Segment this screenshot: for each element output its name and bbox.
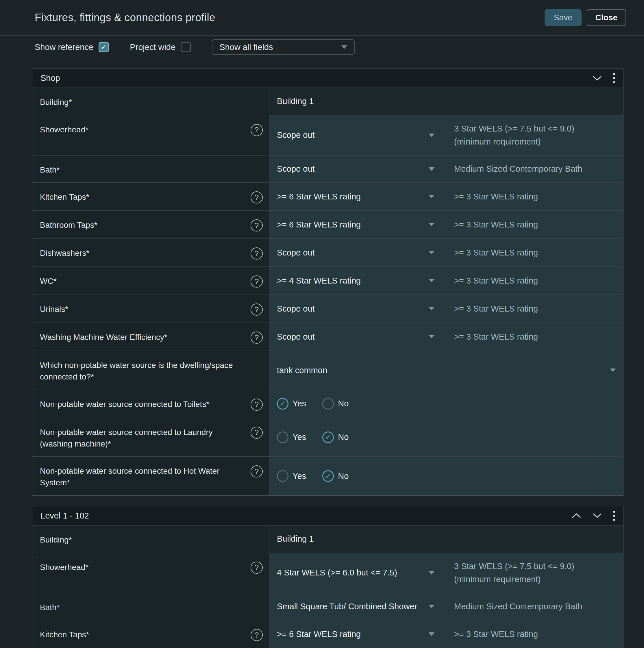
field-value-cell: Scope out>= 3 Star WELS rating (269, 295, 623, 323)
chevron-down-icon (341, 45, 347, 49)
kebab-icon[interactable] (613, 73, 615, 83)
field-dropdown[interactable]: Small Square Tub/ Combined Shower (269, 602, 441, 611)
field-value-cell: Building 1 (269, 526, 623, 553)
radio-group: YesNo (269, 470, 348, 482)
field-label-cell: Bath* (33, 593, 269, 620)
help-icon[interactable]: ? (251, 248, 263, 260)
field-row-washing-machine-water-efficiency: Washing Machine Water Efficiency*?Scope … (33, 323, 623, 350)
help-icon[interactable]: ? (251, 191, 263, 204)
field-row-building: Building*Building 1 (33, 526, 623, 553)
field-label-cell: Bath* (33, 156, 269, 183)
field-label: Showerhead* (40, 124, 245, 148)
help-icon[interactable]: ? (251, 561, 263, 574)
reference-value: 3 Star WELS (>= 7.5 but <= 9.0) (minimum… (441, 553, 623, 593)
field-dropdown[interactable]: >= 6 Star WELS rating (269, 220, 441, 229)
chevron-down-icon[interactable] (592, 75, 602, 81)
radio-group: YesNo (269, 432, 348, 443)
radio-option-no[interactable]: No (322, 398, 348, 410)
titlebar-actions: Save Close (545, 9, 626, 26)
radio-dot (277, 470, 288, 482)
field-label-cell: Non-potable water source connected to To… (33, 390, 269, 418)
field-value-cell: Scope outMedium Sized Contemporary Bath (269, 156, 623, 183)
field-value-cell: Scope out>= 3 Star WELS rating (269, 239, 623, 267)
field-label: Washing Machine Water Efficiency* (40, 331, 245, 344)
reference-value: Medium Sized Contemporary Bath (441, 593, 623, 620)
help-icon[interactable]: ? (251, 124, 263, 136)
reference-value: >= 3 Star WELS rating (441, 183, 623, 210)
field-dropdown[interactable]: Scope out (269, 248, 441, 258)
field-row-non-potable-water-source-connected-to-toilets: Non-potable water source connected to To… (33, 390, 623, 418)
help-icon[interactable]: ? (251, 331, 263, 344)
field-dropdown[interactable]: tank common (269, 366, 623, 375)
field-dropdown[interactable]: Scope out (269, 332, 441, 342)
field-value-cell: Small Square Tub/ Combined ShowerMedium … (269, 593, 623, 620)
radio-label: Yes (292, 399, 306, 409)
reference-value: >= 3 Star WELS rating (441, 211, 623, 238)
field-label: Dishwashers* (40, 248, 245, 260)
field-value: Building 1 (277, 534, 314, 544)
field-label: Bath* (40, 164, 263, 176)
radio-option-yes[interactable]: Yes (277, 398, 306, 410)
kebab-icon[interactable] (613, 511, 615, 521)
reference-value: >= 3 Star WELS rating (441, 323, 623, 350)
field-dropdown[interactable]: >= 6 Star WELS rating (269, 630, 441, 639)
radio-label: No (338, 432, 348, 442)
section-header-level-1-102[interactable]: Level 1 - 102 (33, 506, 623, 526)
radio-option-yes[interactable]: Yes (277, 470, 306, 482)
chevron-up-icon[interactable] (572, 513, 581, 519)
radio-option-no[interactable]: No (322, 432, 348, 443)
field-dropdown[interactable]: Scope out (269, 164, 441, 174)
help-icon[interactable]: ? (251, 398, 263, 411)
field-label-cell: Urinals*? (33, 295, 269, 323)
radio-dot (322, 398, 334, 410)
field-dropdown[interactable]: >= 4 Star WELS rating (269, 276, 441, 285)
field-row-urinals: Urinals*?Scope out>= 3 Star WELS rating (33, 294, 623, 323)
chevron-down-icon (429, 307, 434, 310)
help-icon[interactable]: ? (251, 629, 263, 641)
dropdown-value: Scope out (277, 248, 315, 258)
field-row-bathroom-taps: Bathroom Taps*?>= 6 Star WELS rating>= 3… (33, 210, 623, 238)
show-reference-checkbox[interactable] (99, 42, 109, 52)
help-icon[interactable]: ? (251, 275, 263, 287)
chevron-down-icon (610, 369, 616, 372)
help-icon[interactable]: ? (251, 427, 263, 439)
chevron-down-icon (429, 133, 434, 137)
fields-filter-select[interactable]: Show all fields (212, 39, 355, 55)
field-dropdown[interactable]: 4 Star WELS (>= 6.0 but <= 7.5) (269, 568, 441, 578)
field-value-cell: Scope out>= 3 Star WELS rating (269, 323, 623, 350)
chevron-down-icon[interactable] (592, 513, 602, 519)
chevron-down-icon (429, 223, 434, 226)
field-label-cell: Non-potable water source connected to La… (33, 418, 269, 457)
field-label: Which non-potable water source is the dw… (40, 360, 263, 383)
dropdown-value: tank common (277, 366, 327, 375)
field-label: Building* (40, 534, 263, 546)
section-header-shop[interactable]: Shop (33, 69, 623, 88)
reference-value: 3 Star WELS (>= 7.5 but <= 9.0) (minimum… (441, 115, 623, 155)
field-label-cell: Kitchen Taps*? (33, 620, 269, 648)
close-button[interactable]: Close (587, 9, 626, 26)
field-value-cell: YesNo (269, 418, 623, 457)
chevron-down-icon (429, 335, 434, 338)
chevron-down-icon (429, 167, 434, 171)
reference-value: >= 3 Star WELS rating (441, 267, 623, 294)
radio-dot (277, 398, 288, 410)
radio-option-yes[interactable]: Yes (277, 432, 306, 443)
field-dropdown[interactable]: Scope out (269, 304, 441, 314)
field-value-cell: >= 6 Star WELS rating>= 3 Star WELS rati… (269, 183, 623, 210)
dropdown-value: Scope out (277, 332, 315, 342)
help-icon[interactable]: ? (251, 304, 263, 316)
reference-value: Medium Sized Contemporary Bath (441, 156, 623, 182)
project-wide-label: Project wide (130, 43, 175, 52)
save-button[interactable]: Save (545, 9, 582, 26)
project-wide-checkbox[interactable] (181, 42, 191, 52)
help-icon[interactable]: ? (251, 219, 263, 231)
field-dropdown[interactable]: Scope out (269, 130, 441, 140)
field-dropdown[interactable]: >= 6 Star WELS rating (269, 192, 441, 202)
radio-group: YesNo (269, 398, 348, 410)
field-row-dishwashers: Dishwashers*?Scope out>= 3 Star WELS rat… (33, 238, 623, 267)
help-icon[interactable]: ? (251, 465, 263, 478)
radio-option-no[interactable]: No (322, 470, 348, 482)
dropdown-value: 4 Star WELS (>= 6.0 but <= 7.5) (277, 568, 397, 578)
reference-value: >= 3 Star WELS rating (441, 295, 623, 322)
field-value-cell: YesNo (269, 457, 623, 495)
